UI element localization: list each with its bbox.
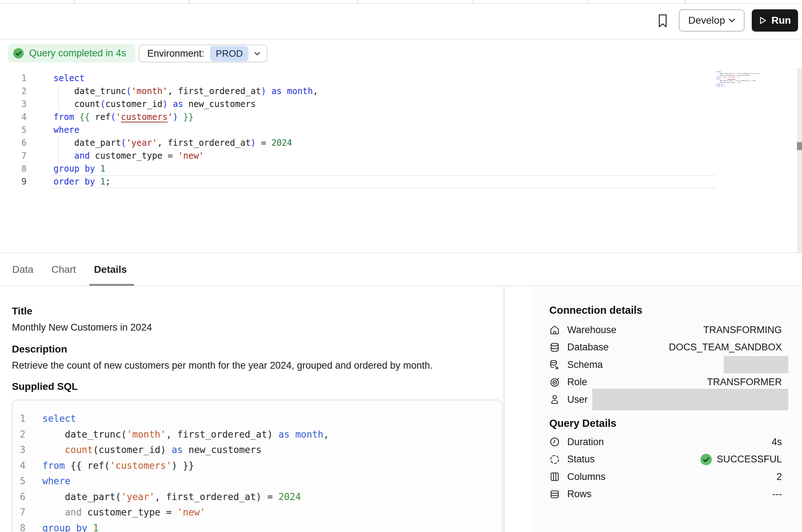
row-label: Status: [567, 454, 595, 465]
panel-row-status: StatusSUCCESSFUL: [549, 451, 782, 468]
tab-data[interactable]: Data: [12, 264, 33, 275]
top-tab-strip: [0, 0, 802, 4]
redacted-value: [724, 356, 788, 373]
title-heading: Title: [12, 305, 32, 317]
code-line: 3 count(customer_id) as new_customers: [0, 98, 716, 111]
code-line: 8group by 1: [15, 521, 502, 532]
tab-chart[interactable]: Chart: [51, 264, 76, 275]
query-details-rows: Duration4sStatusSUCCESSFULColumns2Rows--…: [549, 433, 782, 503]
code-line: order by 1;: [716, 85, 761, 87]
code-line: 9order by 1;: [0, 175, 716, 188]
role-icon: [549, 377, 560, 388]
code-line: 6 date_part('year', first_ordered_at) = …: [0, 136, 716, 149]
line-number: 8: [0, 162, 27, 175]
code-text: count(customer_id) as new_customers: [42, 442, 262, 458]
line-number: 7: [15, 505, 25, 521]
row-label: Schema: [567, 359, 603, 370]
panel-row-columns: Columns2: [549, 468, 782, 486]
code-text: and customer_type = 'new': [53, 149, 204, 162]
chevron-down-icon: [254, 52, 260, 56]
code-line: 5where: [15, 473, 502, 489]
title-value: Monthly New Customers in 2024: [12, 322, 152, 333]
tab-divider: [189, 0, 190, 3]
query-status-text: Query completed in 4s: [29, 48, 126, 59]
panel-row-warehouse: WarehouseTRANSFORMING: [549, 321, 782, 339]
line-number: 5: [0, 123, 27, 136]
supplied-sql-code-block: 1select2 date_trunc('month', first_order…: [12, 400, 503, 532]
code-text: date_part('year', first_ordered_at) = 20…: [42, 489, 301, 505]
bookmark-button[interactable]: [653, 11, 672, 31]
line-number: 1: [0, 72, 27, 85]
line-number: 2: [15, 427, 25, 443]
code-text: from {{ ref('customers') }}: [53, 111, 193, 123]
indent-guide: [58, 85, 59, 111]
line-number: 6: [15, 489, 25, 505]
indent-guide: [58, 136, 59, 162]
code-line: 1select: [0, 72, 716, 85]
row-value: SUCCESSFUL: [717, 454, 782, 465]
code-line: 2 date_trunc('month', first_ordered_at) …: [0, 85, 716, 98]
code-line: 4from {{ ref('customers') }}: [0, 111, 716, 123]
line-number: 5: [15, 473, 25, 489]
columns-icon: [549, 471, 560, 482]
row-label: Database: [567, 342, 609, 353]
line-number: 4: [15, 458, 25, 474]
connection-details-rows: WarehouseTRANSFORMINGDatabaseDOCS_TEAM_S…: [549, 321, 782, 409]
code-text: date_part('year', first_ordered_at) = 20…: [53, 136, 292, 149]
bookmark-icon: [657, 14, 668, 28]
code-text: select: [53, 72, 85, 85]
code-text: group by 1: [42, 521, 99, 532]
row-value: 4s: [771, 437, 782, 448]
line-number: 2: [0, 85, 27, 98]
code-text: and customer_type = 'new': [42, 505, 205, 521]
environment-label: Environment:: [147, 48, 204, 59]
warehouse-icon: [549, 325, 560, 335]
row-label: Warehouse: [567, 325, 616, 336]
editor-scrollbar-track[interactable]: [797, 68, 802, 252]
user-icon: [549, 394, 560, 405]
line-number: 4: [0, 111, 27, 123]
panel-row-user: User: [549, 391, 782, 409]
panel-row-duration: Duration4s: [549, 433, 782, 451]
editor-scrollbar-thumb[interactable]: [797, 142, 802, 150]
code-line: 2 date_trunc('month', first_ordered_at) …: [15, 427, 502, 443]
code-text: where: [53, 123, 79, 136]
tab-divider: [74, 0, 75, 3]
connection-details-heading: Connection details: [549, 304, 642, 316]
panel-row-database: DatabaseDOCS_TEAM_SANDBOX: [549, 339, 782, 356]
code-text: group by 1: [53, 162, 106, 175]
row-label: User: [567, 394, 588, 405]
header-divider: [0, 39, 802, 39]
row-value: DOCS_TEAM_SANDBOX: [669, 342, 782, 353]
code-line: 8group by 1: [0, 162, 716, 175]
sql-editor[interactable]: 1select2 date_trunc('month', first_order…: [0, 72, 716, 188]
chevron-down-icon: [728, 18, 735, 23]
success-check-icon: [700, 453, 712, 466]
run-button[interactable]: Run: [752, 9, 798, 32]
tab-details[interactable]: Details: [94, 264, 127, 275]
code-text: order by 1;: [716, 85, 726, 87]
line-number: 1: [15, 411, 25, 427]
line-number: 6: [0, 136, 27, 149]
results-tab-bar: DataChartDetails: [0, 252, 802, 286]
database-icon: [549, 342, 560, 353]
environment-selector[interactable]: Environment: PROD: [139, 45, 267, 62]
supplied-sql-heading: Supplied SQL: [12, 381, 78, 392]
row-label: Columns: [567, 471, 606, 482]
panel-row-role: RoleTRANSFORMER: [549, 374, 782, 391]
row-value: ---: [772, 489, 782, 500]
tab-divider: [588, 0, 588, 3]
code-line: 5where: [0, 123, 716, 136]
rows-icon: [549, 489, 560, 500]
code-text: date_trunc('month', first_ordered_at) as…: [42, 427, 329, 443]
develop-dropdown[interactable]: Develop: [679, 9, 745, 32]
row-value: TRANSFORMING: [703, 325, 782, 336]
duration-icon: [549, 437, 560, 447]
code-text: order by 1;: [53, 175, 111, 188]
editor-minimap[interactable]: select date_trunc('month', first_ordered…: [716, 71, 761, 88]
play-icon: [759, 16, 767, 25]
row-value: 2: [777, 471, 782, 482]
line-number: 7: [0, 149, 27, 162]
query-details-heading: Query Details: [549, 417, 616, 429]
tab-divider: [685, 0, 686, 3]
